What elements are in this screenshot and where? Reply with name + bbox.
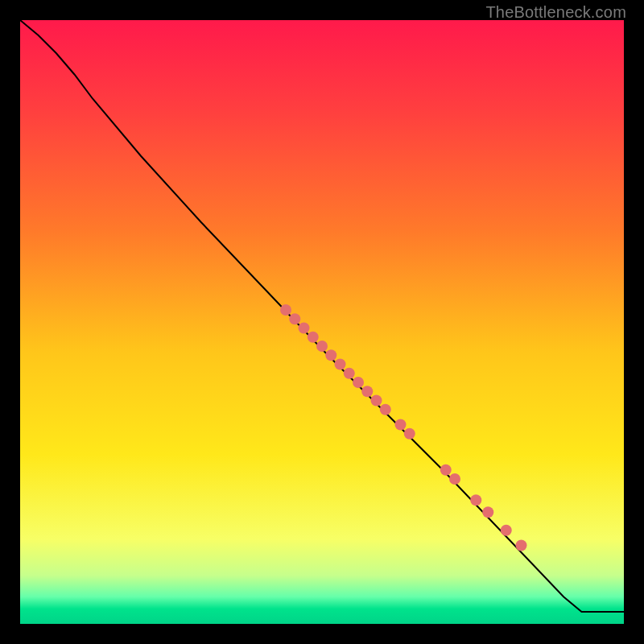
- data-marker: [482, 506, 493, 518]
- data-marker: [404, 428, 415, 440]
- data-marker: [470, 494, 481, 506]
- data-marker: [308, 332, 319, 343]
- data-marker: [371, 395, 382, 407]
- data-marker: [395, 419, 407, 431]
- data-marker: [299, 323, 310, 334]
- data-marker: [344, 368, 355, 379]
- data-marker: [316, 341, 328, 352]
- chart-plot: [20, 20, 624, 624]
- data-marker: [501, 525, 512, 536]
- data-marker: [289, 313, 300, 324]
- data-marker: [440, 464, 452, 476]
- data-marker: [449, 473, 460, 485]
- data-marker: [361, 386, 373, 397]
- data-marker: [280, 304, 291, 316]
- watermark-text: TheBottleneck.com: [485, 3, 626, 22]
- data-marker: [353, 377, 364, 388]
- chart-frame: TheBottleneck.com: [0, 0, 644, 644]
- chart-background: [20, 20, 624, 624]
- data-marker: [380, 404, 391, 415]
- data-marker: [516, 540, 527, 551]
- data-marker: [335, 359, 346, 370]
- data-marker: [325, 349, 336, 361]
